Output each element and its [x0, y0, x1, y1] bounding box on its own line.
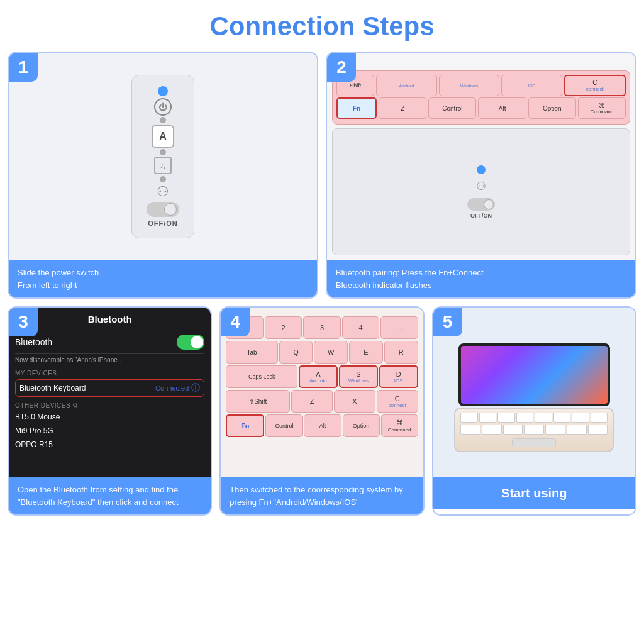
music-icon: ♫ [154, 157, 172, 174]
bt-indicator-dot [158, 86, 168, 96]
dot-indicator-2 [160, 149, 166, 155]
off-on-label: OFF/ON [148, 219, 178, 227]
step-card-5: 5 [432, 306, 636, 516]
a-key: A Android [299, 365, 338, 388]
step-card-1: 1 ⏻ A ♫ ⚇ OFF/ON Slide the power [8, 52, 318, 299]
z-key-4: Z [291, 390, 333, 413]
oppo-row[interactable]: OPPO R15 [15, 438, 204, 452]
key-ellipsis: … [380, 316, 418, 339]
key-3: 3 [303, 316, 340, 339]
step-card-4: 4 1 2 3 4 … Tab Q W E R [219, 306, 424, 516]
trackpad [460, 436, 608, 447]
alt-key-s2: Alt [478, 97, 526, 119]
option-key-s2: Option [528, 97, 576, 119]
kbd-row-2 [460, 425, 608, 435]
key-2: 2 [265, 316, 302, 339]
c-key-4: C connect [377, 390, 418, 413]
caps-lock-key: Caps Lock [226, 365, 297, 388]
step4-caption: Then switched to the coorresponding syst… [221, 477, 423, 514]
kbd-zxc-row: ⇧Shift Z X C connect [226, 390, 418, 413]
step5-caption: Start using [433, 477, 635, 509]
option-key-4: Option [343, 414, 380, 437]
command-key-4: ⌘ Command [381, 414, 418, 437]
other-devices-header: OTHER DEVICES ⚙ [15, 398, 204, 410]
control-key-s2: Control [428, 97, 476, 119]
loading-spinner: ⚙ [72, 402, 79, 409]
control-key-4: Control [265, 414, 303, 437]
kbd-bottom-row: Fn Control Alt Option ⌘ Command [226, 414, 418, 437]
x-key-4: X [334, 390, 375, 413]
kbd-number-row: 1 2 3 4 … [226, 316, 418, 339]
bt-toggle-switch[interactable] [177, 335, 204, 350]
bt-toggle-row: Bluetooth [15, 331, 204, 354]
alt-key-4: Alt [304, 414, 341, 437]
step-card-3: 3 Bluetooth Bluetooth Now discoverable a… [8, 306, 212, 516]
z-key-s2: Z [379, 97, 426, 119]
step-card-2: 2 Shift Android Windows IOS C connect [326, 52, 636, 299]
a-button: A [152, 125, 174, 148]
e-key: E [349, 341, 383, 364]
my-devices-header: MY DEVICES [15, 366, 204, 378]
kbd-row-1 [460, 413, 608, 423]
key-4: 4 [342, 316, 379, 339]
fn-key-4: Fn [226, 414, 264, 437]
android-key-s2: Android [376, 75, 436, 96]
power-button-icon: ⏻ [154, 98, 172, 116]
tablet-screen [458, 343, 610, 406]
bt-toggle-knob [191, 336, 203, 348]
info-icon: ⓘ [191, 382, 200, 394]
step2-caption: Bluetooth pairing: Press the Fn+Connect … [327, 260, 635, 297]
keyboard-base [454, 408, 614, 452]
off-on-label-s2: OFF/ON [470, 213, 492, 219]
bt-led-s2 [477, 165, 486, 174]
command-key-s2: ⌘Command [578, 97, 626, 119]
windows-key-s2: Windows [439, 75, 499, 96]
link-icon: ⚇ [157, 184, 169, 200]
tab-key: Tab [226, 341, 277, 364]
step-number-4: 4 [221, 308, 250, 336]
shift-key-4: ⇧Shift [226, 390, 290, 413]
fn-key-s2: Fn [336, 97, 377, 119]
kbd-qwer-row: Tab Q W E R [226, 341, 418, 364]
s-key: S Windows [339, 365, 378, 388]
switch-knob [164, 203, 177, 216]
dot-indicator-3 [160, 176, 166, 182]
w-key: W [314, 341, 348, 364]
keyboard-side-panel: ⏻ A ♫ ⚇ OFF/ON [131, 75, 194, 238]
d-key: D IOS [379, 365, 418, 388]
bt-mouse-row[interactable]: BT5.0 Mouse [15, 410, 204, 424]
link-icon-s2: ⚇ [476, 179, 486, 193]
mi9-row[interactable]: Mi9 Pro 5G [15, 424, 204, 438]
q-key: Q [279, 341, 313, 364]
bt-screen-header: Bluetooth [15, 314, 204, 325]
c-connect-key-s2: C connect [564, 75, 626, 96]
step-number-3: 3 [9, 308, 38, 336]
step3-caption: Open the Bluetooth from setting and find… [9, 477, 211, 514]
switch-knob-s2 [484, 199, 494, 209]
ios-key-s2: IOS [501, 75, 562, 96]
dot-indicator-1 [160, 117, 166, 123]
bt-keyboard-row[interactable]: Bluetooth Keyboard Connected ⓘ [15, 379, 204, 397]
bt-discoverable-text: Now discoverable as "Anna's iPhone". [15, 354, 204, 366]
step-number-2: 2 [327, 53, 356, 82]
step-number-5: 5 [433, 308, 462, 336]
full-keyboard: 1 2 3 4 … Tab Q W E R [221, 308, 423, 442]
r-key: R [384, 341, 418, 364]
power-switch-s2 [467, 198, 495, 211]
bluetooth-screen: Bluetooth Bluetooth Now discoverable as … [9, 308, 211, 477]
power-switch [147, 202, 179, 217]
kbd-asd-row: Caps Lock A Android S Windows D IOS [226, 365, 418, 388]
step1-caption: Slide the power switch From left to righ… [9, 260, 317, 297]
trackpad-area [512, 438, 556, 447]
page-title: Connection Steps [0, 0, 644, 52]
step-number-1: 1 [9, 53, 38, 82]
